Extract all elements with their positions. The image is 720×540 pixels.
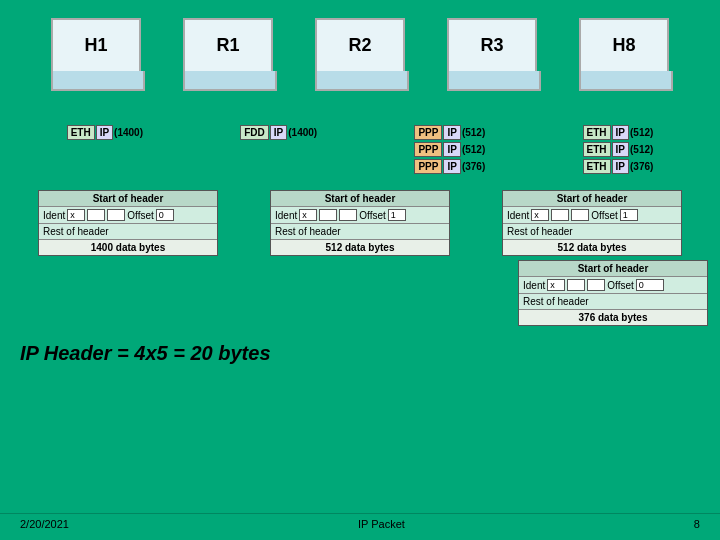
- packet-r2r3-1: PPP IP (512): [414, 125, 485, 140]
- pkt-eth-label: ETH: [67, 125, 95, 140]
- card3-ident-var: x: [531, 209, 549, 221]
- card4-flag1: [567, 279, 585, 291]
- packet-r2r3-3: PPP IP (376): [414, 159, 485, 174]
- pkt-size-4: (512): [462, 144, 485, 155]
- card2-offset-label: Offset: [359, 210, 386, 221]
- node-label-H1: H1: [84, 35, 107, 56]
- card2-flag2: [339, 209, 357, 221]
- card3-flag1: [551, 209, 569, 221]
- node-label-H8: H8: [612, 35, 635, 56]
- pkt-size: (1400): [114, 127, 143, 138]
- detail-card-2: Start of header Ident x Offset 1 Rest of…: [270, 190, 450, 256]
- packet-h1r1: ETH IP (1400): [67, 125, 143, 140]
- nodes-row: H1 R1 R2 R3 H8: [0, 0, 720, 73]
- pkt-ppp-label-2: PPP: [414, 142, 442, 157]
- card1-ident-row: Ident x Offset 0: [39, 207, 217, 224]
- card2-ident-var: x: [299, 209, 317, 221]
- packet-group-h1r1: ETH IP (1400): [67, 125, 143, 174]
- pkt-eth-label-3: ETH: [583, 142, 611, 157]
- packets-row: ETH IP (1400) FDD IP (1400) PPP IP (512)…: [0, 83, 720, 174]
- pkt-ppp-label-1: PPP: [414, 125, 442, 140]
- card2-offset-val: 1: [388, 209, 406, 221]
- card2-ident-row: Ident x Offset 1: [271, 207, 449, 224]
- card3-ident-row: Ident x Offset 1: [503, 207, 681, 224]
- card3-flag2: [571, 209, 589, 221]
- node-R1: R1: [183, 18, 273, 73]
- pkt-ip-label-7: IP: [612, 142, 629, 157]
- node-label-R2: R2: [348, 35, 371, 56]
- packet-r3h8-1: ETH IP (512): [583, 125, 654, 140]
- card1-rest: Rest of header: [39, 224, 217, 240]
- node-label-R1: R1: [216, 35, 239, 56]
- card3-offset-label: Offset: [591, 210, 618, 221]
- details-row: Start of header Ident x Offset 0 Rest of…: [0, 182, 720, 256]
- card4-ident-label: Ident: [523, 280, 545, 291]
- packet-r2r3-2: PPP IP (512): [414, 142, 485, 157]
- footer-title: IP Packet: [358, 518, 405, 530]
- node-H1: H1: [51, 18, 141, 73]
- card4-rest: Rest of header: [519, 294, 707, 310]
- card4-offset-label: Offset: [607, 280, 634, 291]
- pkt-ip-label-5: IP: [443, 159, 460, 174]
- card1-offset-val: 0: [156, 209, 174, 221]
- bottom-row: IP Header = 4x5 = 20 bytes: [0, 332, 720, 373]
- packet-group-r3h8: ETH IP (512) ETH IP (512) ETH IP (376): [583, 125, 654, 174]
- pkt-size-6: (512): [630, 127, 653, 138]
- card3-rest: Rest of header: [503, 224, 681, 240]
- pkt-fdd-label: FDD: [240, 125, 269, 140]
- packet-r3h8-3: ETH IP (376): [583, 159, 654, 174]
- pkt-ip-label-2: IP: [270, 125, 287, 140]
- card3-offset-val: 1: [620, 209, 638, 221]
- pkt-eth-label-4: ETH: [583, 159, 611, 174]
- pkt-size-8: (376): [630, 161, 653, 172]
- pkt-eth-label-2: ETH: [583, 125, 611, 140]
- packet-r1r2: FDD IP (1400): [240, 125, 317, 140]
- node-label-R3: R3: [480, 35, 503, 56]
- detail-card-4: Start of header Ident x Offset 0 Rest of…: [518, 260, 708, 326]
- card2-data: 512 data bytes: [271, 240, 449, 255]
- pkt-size-2: (1400): [288, 127, 317, 138]
- pkt-ip-label-4: IP: [443, 142, 460, 157]
- card1-ident-label: Ident: [43, 210, 65, 221]
- detail-card-3: Start of header Ident x Offset 1 Rest of…: [502, 190, 682, 256]
- card4-offset-val: 0: [636, 279, 664, 291]
- card4-data: 376 data bytes: [519, 310, 707, 325]
- card1-ident-var: x: [67, 209, 85, 221]
- card1-offset-label: Offset: [127, 210, 154, 221]
- pkt-ip-label: IP: [96, 125, 113, 140]
- pkt-ppp-label-3: PPP: [414, 159, 442, 174]
- card4-ident-var: x: [547, 279, 565, 291]
- card3-header: Start of header: [503, 191, 681, 207]
- node-R2: R2: [315, 18, 405, 73]
- footer-date: 2/20/2021: [20, 518, 69, 530]
- details-row-2: Start of header Ident x Offset 0 Rest of…: [0, 256, 720, 326]
- card2-flag1: [319, 209, 337, 221]
- packet-r3h8-2: ETH IP (512): [583, 142, 654, 157]
- pkt-size-5: (376): [462, 161, 485, 172]
- card4-header: Start of header: [519, 261, 707, 277]
- ip-header-label: IP Header = 4x5 = 20 bytes: [20, 342, 271, 365]
- card3-ident-label: Ident: [507, 210, 529, 221]
- node-R3: R3: [447, 18, 537, 73]
- pkt-size-3: (512): [462, 127, 485, 138]
- card4-ident-row: Ident x Offset 0: [519, 277, 707, 294]
- packet-group-r1r2: FDD IP (1400): [240, 125, 317, 174]
- card4-flag2: [587, 279, 605, 291]
- footer-page: 8: [694, 518, 700, 530]
- card1-flag1: [87, 209, 105, 221]
- card2-ident-label: Ident: [275, 210, 297, 221]
- card3-data: 512 data bytes: [503, 240, 681, 255]
- pkt-size-7: (512): [630, 144, 653, 155]
- card1-flag2: [107, 209, 125, 221]
- detail-card-1: Start of header Ident x Offset 0 Rest of…: [38, 190, 218, 256]
- node-H8: H8: [579, 18, 669, 73]
- pkt-ip-label-6: IP: [612, 125, 629, 140]
- packet-group-r2r3: PPP IP (512) PPP IP (512) PPP IP (376): [414, 125, 485, 174]
- pkt-ip-label-3: IP: [443, 125, 460, 140]
- footer: 2/20/2021 IP Packet 8: [0, 513, 720, 534]
- pkt-ip-label-8: IP: [612, 159, 629, 174]
- card2-header: Start of header: [271, 191, 449, 207]
- card1-header: Start of header: [39, 191, 217, 207]
- card1-data: 1400 data bytes: [39, 240, 217, 255]
- card2-rest: Rest of header: [271, 224, 449, 240]
